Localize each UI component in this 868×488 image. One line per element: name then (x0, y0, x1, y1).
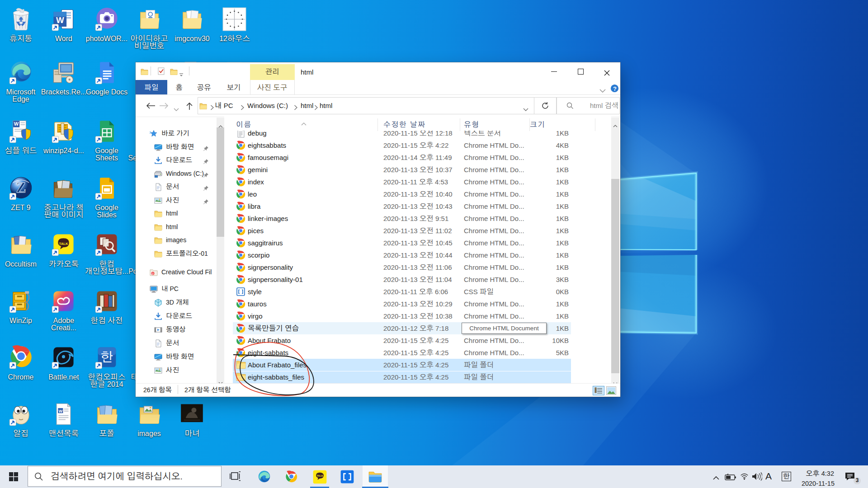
svg-text:W: W (14, 121, 19, 127)
svg-text:한: 한 (101, 351, 113, 364)
svg-text:@: @ (151, 272, 154, 275)
svg-text:W: W (59, 409, 63, 413)
svg-text:?: ? (613, 85, 617, 92)
svg-text:W: W (56, 15, 64, 25)
svg-text:Z: Z (16, 179, 26, 196)
svg-text:TALK: TALK (59, 242, 68, 246)
svg-text:TALK: TALK (316, 474, 323, 477)
